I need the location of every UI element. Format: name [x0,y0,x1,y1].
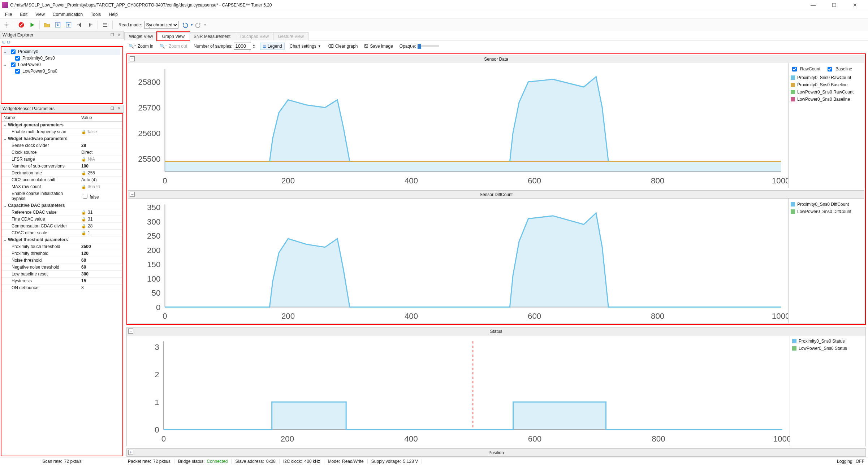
chart-settings-button[interactable]: Chart settings ▼ [288,43,323,49]
baseline-checkbox[interactable] [828,67,832,71]
collapse-icon[interactable]: − [130,56,135,61]
tab-gesture-view[interactable]: Gesture View [273,32,308,40]
diffcount-plot[interactable]: 05010015020025030035002004006008001000 [128,199,788,323]
redo-dropdown-icon[interactable]: ▼ [203,23,207,27]
play-icon[interactable] [28,21,36,29]
export-icon[interactable] [86,21,95,29]
tab-snr-measurement[interactable]: SNR Measurement [189,32,235,40]
clear-graph-button[interactable]: ⌫Clear graph [326,43,359,49]
param-row[interactable]: Decimation rate🔒255 [1,170,122,177]
import-icon[interactable] [75,21,84,29]
status-plot[interactable]: 012302004006008001000 [127,335,790,446]
tree-item-proximity0[interactable]: ⌄ Proximity0 [4,48,120,55]
param-row[interactable]: Clock sourceDirect [1,149,122,156]
param-row[interactable]: Proximity touch threshold2500 [1,243,122,250]
legend-button[interactable]: ≣ Legend [260,43,284,50]
minimize-button[interactable]: — [806,2,820,8]
step-up-icon[interactable]: ▲ [252,44,255,46]
col-value[interactable]: Value [79,114,122,122]
col-name[interactable]: Name [1,114,79,122]
tree-checkbox[interactable] [15,56,20,61]
menu-edit[interactable]: Edit [16,11,31,18]
legend-item[interactable]: Proximity0_Sns0 Baseline [791,81,862,88]
menu-help[interactable]: Help [105,11,121,18]
svg-text:600: 600 [528,312,541,321]
close-icon[interactable]: ✕ [116,106,121,111]
param-row[interactable]: Noise threshold60 [1,257,122,264]
zoom-in-button[interactable]: 🔍⁺Zoom in [127,43,155,49]
dock-icon[interactable]: ❐ [110,32,115,38]
legend-item[interactable]: Proximity0_Sns0 DiffCount [791,201,862,208]
legend-item[interactable]: LowPower0_Sns0 RawCount [791,88,862,96]
undo-dropdown-icon[interactable]: ▼ [190,23,193,27]
undo-icon[interactable] [181,21,189,29]
tree-checkbox[interactable] [11,49,16,54]
param-row[interactable]: Reference CDAC value🔒31 [1,209,122,216]
expand-all-icon[interactable]: ⊞ [2,40,5,44]
param-row[interactable]: ON debounce3 [1,284,122,291]
tree-item-proximity0-sns0[interactable]: Proximity0_Sns0 [4,55,120,61]
chevron-down-icon[interactable]: ⌄ [4,50,8,54]
collapse-icon[interactable]: − [130,192,135,197]
collapse-icon[interactable]: − [128,329,133,334]
tab-widget-view[interactable]: Widget View [124,32,157,40]
legend-item[interactable]: LowPower0_Sns0 Baseline [791,96,862,103]
close-button[interactable]: ✕ [848,2,862,8]
param-row[interactable]: Hysteresis15 [1,278,122,284]
num-samples-input[interactable] [234,43,251,50]
collapse-all-icon[interactable]: ⊟ [7,40,10,44]
download-icon[interactable] [53,21,62,29]
readmode-select[interactable]: Synchronized [144,21,178,29]
dock-icon[interactable]: ❐ [110,106,115,111]
legend-item[interactable]: Proximity0_Sns0 RawCount [791,74,862,81]
param-group[interactable]: ⌄Widget threshold parameters [1,236,122,243]
param-group[interactable]: ⌄Widget hardware parameters [1,135,122,142]
param-row[interactable]: LFSR range🔒N/A [1,156,122,163]
param-row[interactable]: Number of sub-conversions100 [1,163,122,170]
upload-icon[interactable] [64,21,73,29]
param-row[interactable]: Fine CDAC value🔒31 [1,216,122,223]
close-icon[interactable]: ✕ [116,32,121,38]
open-folder-icon[interactable] [43,21,51,29]
gear-icon[interactable] [2,21,11,29]
stop-icon[interactable] [17,21,26,29]
tab-graph-view[interactable]: Graph View [157,32,189,40]
legend-item[interactable]: LowPower0_Sns0 Status [792,345,863,352]
menu-communication[interactable]: Communication [49,11,86,18]
list-icon[interactable] [101,21,109,29]
maximize-button[interactable]: ☐ [827,2,841,8]
param-row[interactable]: MAX raw count🔒36576 [1,183,122,190]
rawcount-checkbox[interactable] [792,67,797,71]
tab-touchpad-view[interactable]: Touchpad View [235,32,273,40]
tree-checkbox[interactable] [15,69,20,74]
expand-icon[interactable]: + [128,450,133,455]
param-row[interactable]: Compensation CDAC divider🔒28 [1,223,122,230]
menu-view[interactable]: View [32,11,48,18]
param-row[interactable]: Sense clock divider28 [1,142,122,149]
save-image-button[interactable]: 🖫Save image [363,43,394,49]
status-bar: Scan rate:72 pkts/s Packet rate:72 pkts/… [0,457,868,465]
tree-label: LowPower0_Sns0 [22,69,57,74]
tree-checkbox[interactable] [11,62,16,67]
param-row[interactable]: Enable multi-frequency scan🔒false [1,129,122,135]
param-group[interactable]: ⌄Widget general parameters [1,122,122,129]
zoom-out-button[interactable]: 🔍⁻Zoom out [158,43,189,49]
menu-file[interactable]: File [1,11,16,18]
param-row[interactable]: Proximity threshold120 [1,250,122,257]
param-row[interactable]: Negative noise threshold60 [1,264,122,271]
param-group[interactable]: ⌄Capacitive DAC parameters [1,202,122,209]
redo-icon[interactable] [194,21,203,29]
param-row[interactable]: Low baseline reset300 [1,271,122,278]
legend-item[interactable]: LowPower0_Sns0 DiffCount [791,208,862,215]
tree-item-lowpower0[interactable]: ⌄ LowPower0 [4,61,120,68]
param-row[interactable]: CIC2 accumulator shiftAuto (4) [1,177,122,183]
sensor-data-plot[interactable]: 2550025600257002580002004006008001000 [128,63,788,188]
step-down-icon[interactable]: ▼ [252,46,255,49]
legend-item[interactable]: Proximity0_Sns0 Status [792,338,863,345]
param-row[interactable]: Enable coarse initialization bypass fals… [1,190,122,202]
tree-item-lowpower0-sns0[interactable]: LowPower0_Sns0 [4,68,120,74]
chevron-down-icon[interactable]: ⌄ [4,63,8,67]
opaque-slider[interactable] [418,45,439,47]
menu-tools[interactable]: Tools [87,11,104,18]
param-row[interactable]: CDAC dither scale🔒1 [1,230,122,236]
